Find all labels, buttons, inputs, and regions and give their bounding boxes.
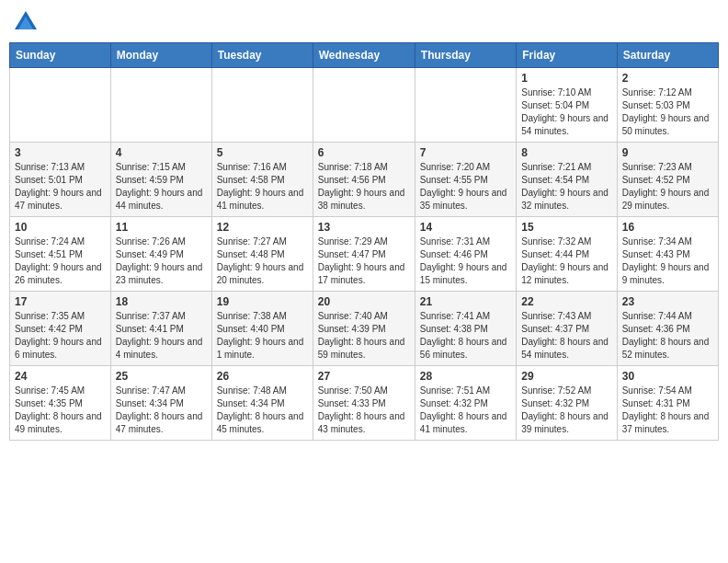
day-cell: 12Sunrise: 7:27 AM Sunset: 4:48 PM Dayli… <box>211 217 313 292</box>
day-cell: 27Sunrise: 7:50 AM Sunset: 4:33 PM Dayli… <box>313 366 415 441</box>
day-cell: 15Sunrise: 7:32 AM Sunset: 4:44 PM Dayli… <box>517 217 617 292</box>
day-cell: 18Sunrise: 7:37 AM Sunset: 4:41 PM Dayli… <box>110 292 211 366</box>
day-cell: 6Sunrise: 7:18 AM Sunset: 4:56 PM Daylig… <box>313 143 415 217</box>
day-number: 28 <box>420 370 511 383</box>
weekday-header-thursday: Thursday <box>415 43 516 68</box>
day-cell: 11Sunrise: 7:26 AM Sunset: 4:49 PM Dayli… <box>110 217 211 292</box>
day-cell: 20Sunrise: 7:40 AM Sunset: 4:39 PM Dayli… <box>313 292 415 366</box>
day-number: 30 <box>622 370 713 383</box>
day-number: 18 <box>116 295 207 308</box>
day-cell <box>313 68 415 143</box>
logo-icon <box>13 9 39 35</box>
day-cell: 21Sunrise: 7:41 AM Sunset: 4:38 PM Dayli… <box>415 292 516 366</box>
day-number: 23 <box>622 295 713 308</box>
week-row-1: 1Sunrise: 7:10 AM Sunset: 5:04 PM Daylig… <box>10 68 719 143</box>
day-number: 4 <box>116 146 207 159</box>
logo <box>13 9 42 35</box>
day-info: Sunrise: 7:13 AM Sunset: 5:01 PM Dayligh… <box>15 161 106 213</box>
day-info: Sunrise: 7:35 AM Sunset: 4:42 PM Dayligh… <box>15 310 106 362</box>
day-number: 27 <box>318 370 410 383</box>
day-cell <box>211 68 313 143</box>
day-number: 20 <box>318 295 410 308</box>
page-header <box>9 9 719 35</box>
calendar: SundayMondayTuesdayWednesdayThursdayFrid… <box>9 42 719 441</box>
day-cell: 25Sunrise: 7:47 AM Sunset: 4:34 PM Dayli… <box>110 366 211 441</box>
day-number: 10 <box>15 221 106 234</box>
day-number: 7 <box>420 146 511 159</box>
day-cell: 8Sunrise: 7:21 AM Sunset: 4:54 PM Daylig… <box>517 143 617 217</box>
day-cell <box>415 68 516 143</box>
day-info: Sunrise: 7:40 AM Sunset: 4:39 PM Dayligh… <box>318 310 410 362</box>
day-info: Sunrise: 7:26 AM Sunset: 4:49 PM Dayligh… <box>116 236 207 287</box>
day-info: Sunrise: 7:48 AM Sunset: 4:34 PM Dayligh… <box>217 385 308 436</box>
day-number: 22 <box>521 295 611 308</box>
day-cell: 30Sunrise: 7:54 AM Sunset: 4:31 PM Dayli… <box>617 366 718 441</box>
day-info: Sunrise: 7:44 AM Sunset: 4:36 PM Dayligh… <box>622 310 713 362</box>
weekday-header-wednesday: Wednesday <box>313 43 415 68</box>
day-cell: 19Sunrise: 7:38 AM Sunset: 4:40 PM Dayli… <box>211 292 313 366</box>
week-row-5: 24Sunrise: 7:45 AM Sunset: 4:35 PM Dayli… <box>10 366 719 441</box>
day-cell: 4Sunrise: 7:15 AM Sunset: 4:59 PM Daylig… <box>110 143 211 217</box>
day-number: 21 <box>420 295 511 308</box>
day-number: 25 <box>116 370 207 383</box>
day-cell: 22Sunrise: 7:43 AM Sunset: 4:37 PM Dayli… <box>517 292 617 366</box>
day-info: Sunrise: 7:15 AM Sunset: 4:59 PM Dayligh… <box>116 161 207 213</box>
day-cell: 10Sunrise: 7:24 AM Sunset: 4:51 PM Dayli… <box>10 217 111 292</box>
day-info: Sunrise: 7:23 AM Sunset: 4:52 PM Dayligh… <box>622 161 713 213</box>
day-info: Sunrise: 7:24 AM Sunset: 4:51 PM Dayligh… <box>15 236 106 287</box>
day-number: 11 <box>116 221 207 234</box>
day-info: Sunrise: 7:21 AM Sunset: 4:54 PM Dayligh… <box>521 161 611 213</box>
day-number: 9 <box>622 146 713 159</box>
day-info: Sunrise: 7:54 AM Sunset: 4:31 PM Dayligh… <box>622 385 713 436</box>
day-info: Sunrise: 7:10 AM Sunset: 5:04 PM Dayligh… <box>521 86 611 138</box>
day-cell: 5Sunrise: 7:16 AM Sunset: 4:58 PM Daylig… <box>211 143 313 217</box>
weekday-header-monday: Monday <box>110 43 211 68</box>
day-info: Sunrise: 7:51 AM Sunset: 4:32 PM Dayligh… <box>420 385 511 436</box>
day-info: Sunrise: 7:38 AM Sunset: 4:40 PM Dayligh… <box>217 310 308 362</box>
weekday-header-tuesday: Tuesday <box>211 43 313 68</box>
day-number: 17 <box>15 295 106 308</box>
day-number: 13 <box>318 221 410 234</box>
day-number: 5 <box>217 146 308 159</box>
weekday-header-saturday: Saturday <box>617 43 718 68</box>
day-info: Sunrise: 7:29 AM Sunset: 4:47 PM Dayligh… <box>318 236 410 287</box>
day-number: 6 <box>318 146 410 159</box>
day-number: 29 <box>521 370 611 383</box>
day-cell: 7Sunrise: 7:20 AM Sunset: 4:55 PM Daylig… <box>415 143 516 217</box>
day-info: Sunrise: 7:27 AM Sunset: 4:48 PM Dayligh… <box>217 236 308 287</box>
day-cell <box>110 68 211 143</box>
day-info: Sunrise: 7:32 AM Sunset: 4:44 PM Dayligh… <box>521 236 611 287</box>
day-cell: 9Sunrise: 7:23 AM Sunset: 4:52 PM Daylig… <box>617 143 718 217</box>
day-cell: 26Sunrise: 7:48 AM Sunset: 4:34 PM Dayli… <box>211 366 313 441</box>
day-cell: 2Sunrise: 7:12 AM Sunset: 5:03 PM Daylig… <box>617 68 718 143</box>
day-cell: 24Sunrise: 7:45 AM Sunset: 4:35 PM Dayli… <box>10 366 111 441</box>
day-cell: 1Sunrise: 7:10 AM Sunset: 5:04 PM Daylig… <box>517 68 617 143</box>
day-number: 1 <box>521 72 611 85</box>
day-cell: 23Sunrise: 7:44 AM Sunset: 4:36 PM Dayli… <box>617 292 718 366</box>
day-cell: 3Sunrise: 7:13 AM Sunset: 5:01 PM Daylig… <box>10 143 111 217</box>
day-number: 14 <box>420 221 511 234</box>
week-row-4: 17Sunrise: 7:35 AM Sunset: 4:42 PM Dayli… <box>10 292 719 366</box>
day-number: 12 <box>217 221 308 234</box>
day-info: Sunrise: 7:31 AM Sunset: 4:46 PM Dayligh… <box>420 236 511 287</box>
day-number: 19 <box>217 295 308 308</box>
day-cell: 17Sunrise: 7:35 AM Sunset: 4:42 PM Dayli… <box>10 292 111 366</box>
day-info: Sunrise: 7:34 AM Sunset: 4:43 PM Dayligh… <box>622 236 713 287</box>
day-info: Sunrise: 7:37 AM Sunset: 4:41 PM Dayligh… <box>116 310 207 362</box>
day-number: 16 <box>622 221 713 234</box>
day-cell: 16Sunrise: 7:34 AM Sunset: 4:43 PM Dayli… <box>617 217 718 292</box>
weekday-header-friday: Friday <box>517 43 617 68</box>
day-info: Sunrise: 7:50 AM Sunset: 4:33 PM Dayligh… <box>318 385 410 436</box>
day-cell: 28Sunrise: 7:51 AM Sunset: 4:32 PM Dayli… <box>415 366 516 441</box>
weekday-header-row: SundayMondayTuesdayWednesdayThursdayFrid… <box>10 43 719 68</box>
day-info: Sunrise: 7:43 AM Sunset: 4:37 PM Dayligh… <box>521 310 611 362</box>
day-info: Sunrise: 7:18 AM Sunset: 4:56 PM Dayligh… <box>318 161 410 213</box>
day-number: 15 <box>521 221 611 234</box>
day-info: Sunrise: 7:45 AM Sunset: 4:35 PM Dayligh… <box>15 385 106 436</box>
day-number: 8 <box>521 146 611 159</box>
weekday-header-sunday: Sunday <box>10 43 111 68</box>
day-number: 3 <box>15 146 106 159</box>
day-number: 26 <box>217 370 308 383</box>
day-number: 2 <box>622 72 713 85</box>
day-info: Sunrise: 7:52 AM Sunset: 4:32 PM Dayligh… <box>521 385 611 436</box>
